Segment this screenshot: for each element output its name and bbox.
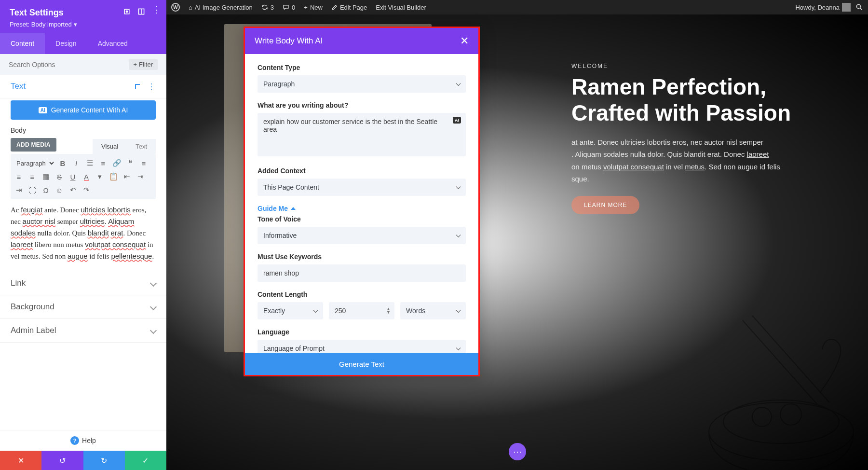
about-textarea[interactable] (258, 113, 466, 156)
triangle-up-icon (291, 207, 296, 210)
site-title-link[interactable]: ⌂AI Image Generation (189, 4, 253, 11)
generate-content-ai-button[interactable]: AIGenerate Content With AI (11, 100, 156, 120)
numbered-list-icon[interactable]: ≡ (97, 157, 109, 169)
tone-select[interactable]: Informative (258, 227, 466, 244)
search-options-input[interactable] (9, 61, 129, 69)
divi-fab-button[interactable]: ⋯ (509, 443, 526, 460)
wp-admin-bar: W ⌂AI Image Generation 3 0 +New Edit Pag… (166, 0, 868, 14)
body-label: Body (0, 126, 166, 138)
editor-tab-text[interactable]: Text (127, 139, 156, 154)
section-more-icon[interactable]: ⋮ (148, 82, 156, 91)
bullet-list-icon[interactable]: ☰ (83, 157, 96, 169)
generate-text-button[interactable]: Generate Text (245, 353, 478, 375)
tab-content[interactable]: Content (0, 33, 45, 54)
paragraph-dropdown[interactable]: Paragraph (13, 157, 55, 169)
undo-button[interactable]: ↺ (41, 451, 83, 470)
redo-icon[interactable]: ↷ (80, 184, 93, 196)
outdent-icon[interactable]: ⇤ (121, 170, 133, 183)
context-label: Added Context (258, 167, 466, 175)
more-icon[interactable]: ⋮ (152, 8, 160, 15)
updates-link[interactable]: 3 (261, 4, 274, 11)
indent2-icon[interactable]: ⇥ (13, 184, 25, 196)
keywords-label: Must Use Keywords (258, 253, 466, 261)
tone-label: Tone of Voice (258, 215, 466, 223)
chevron-down-icon (150, 327, 157, 334)
chevron-down-icon (150, 280, 157, 287)
length-mode-select[interactable]: Exactly (258, 302, 323, 319)
emoji-icon[interactable]: ☺ (53, 184, 66, 196)
new-link[interactable]: +New (304, 4, 323, 11)
svg-point-3 (752, 407, 772, 427)
edit-page-link[interactable]: Edit Page (331, 4, 367, 11)
howdy-user[interactable]: Howdy, Deanna (795, 3, 851, 12)
redo-button[interactable]: ↻ (83, 451, 125, 470)
table-icon[interactable]: ▦ (40, 170, 52, 183)
link-icon[interactable]: 🔗 (110, 157, 123, 169)
bold-icon[interactable]: B (56, 157, 69, 169)
paste-icon[interactable]: 📋 (107, 170, 120, 183)
color-dropdown-icon[interactable]: ▾ (94, 170, 106, 183)
ai-modal: Write Body With AI ✕ Content Type Paragr… (244, 27, 480, 376)
learn-more-button[interactable]: LEARN MORE (571, 196, 639, 214)
wp-logo[interactable]: W (171, 3, 180, 12)
svg-point-4 (780, 404, 801, 425)
cancel-button[interactable]: ✕ (0, 451, 41, 470)
strikethrough-icon[interactable]: S (53, 170, 66, 183)
expand-icon[interactable] (137, 8, 145, 15)
avatar (842, 3, 851, 12)
close-icon[interactable]: ✕ (460, 35, 469, 47)
ai-icon: AI (39, 107, 47, 113)
quote-icon[interactable]: ❝ (124, 157, 136, 169)
special-char-icon[interactable]: Ω (40, 184, 52, 196)
editor-tab-visual[interactable]: Visual (93, 139, 127, 154)
align-right-icon[interactable]: ≡ (26, 170, 39, 183)
ai-suggest-icon[interactable]: AI (453, 117, 461, 124)
hero-welcome: WELCOME (571, 63, 791, 69)
svg-point-0 (856, 4, 860, 8)
language-select[interactable]: Language of Prompt (258, 340, 466, 353)
content-type-label: Content Type (258, 64, 466, 71)
tab-advanced[interactable]: Advanced (87, 33, 138, 54)
length-label: Content Length (258, 290, 466, 298)
align-center-icon[interactable]: ≡ (13, 170, 25, 183)
context-select[interactable]: This Page Content (258, 179, 466, 196)
chevron-down-icon (150, 304, 157, 310)
align-left-icon[interactable]: ≡ (137, 157, 150, 169)
settings-sidebar: Text Settings Preset: Body imported▾ ⋮ C… (0, 0, 166, 470)
tab-design[interactable]: Design (45, 33, 87, 54)
editor-toolbar: Paragraph B I ☰ ≡ 🔗 ❝ ≡ ≡ ≡ ▦ S U A ▾ 📋 … (11, 154, 156, 199)
hero-title: Ramen Perfection,Crafted with Passion (571, 74, 791, 126)
chevron-up-icon (135, 84, 140, 89)
ramen-illustration (685, 296, 868, 470)
section-text-toggle[interactable]: Text⋮ (11, 82, 156, 91)
editor-body-content[interactable]: Ac feugiat ante. Donec ultricies loborti… (11, 204, 156, 262)
guide-me-toggle[interactable]: Guide Me (258, 205, 466, 212)
section-background-toggle[interactable]: Background (11, 302, 156, 312)
indent-icon[interactable]: ⇥ (134, 170, 147, 183)
language-label: Language (258, 328, 466, 336)
exit-vb-link[interactable]: Exit Visual Builder (376, 4, 426, 11)
admin-search-icon[interactable] (855, 3, 863, 11)
section-link-toggle[interactable]: Link (11, 278, 156, 288)
italic-icon[interactable]: I (70, 157, 82, 169)
reset-icon[interactable] (123, 8, 131, 15)
comments-link[interactable]: 0 (283, 4, 295, 11)
about-label: What are you writing about? (258, 101, 466, 109)
save-button[interactable]: ✓ (125, 451, 166, 470)
modal-title: Write Body With AI (255, 36, 323, 46)
help-link[interactable]: ?Help (0, 430, 166, 451)
preset-dropdown[interactable]: Preset: Body imported▾ (10, 21, 157, 28)
underline-icon[interactable]: U (67, 170, 79, 183)
length-value-input[interactable] (329, 302, 394, 319)
filter-button[interactable]: +Filter (129, 59, 158, 70)
text-color-icon[interactable]: A (80, 170, 93, 183)
hero-body: at ante. Donec ultricies lobortis eros, … (571, 136, 784, 185)
content-type-select[interactable]: Paragraph (258, 75, 466, 93)
undo-icon[interactable]: ↶ (67, 184, 79, 196)
length-unit-select[interactable]: Words (400, 302, 466, 319)
section-admin-label-toggle[interactable]: Admin Label (11, 326, 156, 335)
fullscreen-icon[interactable]: ⛶ (26, 184, 39, 196)
svg-point-6 (126, 11, 127, 12)
help-icon: ? (70, 436, 79, 445)
keywords-input[interactable] (258, 264, 466, 282)
